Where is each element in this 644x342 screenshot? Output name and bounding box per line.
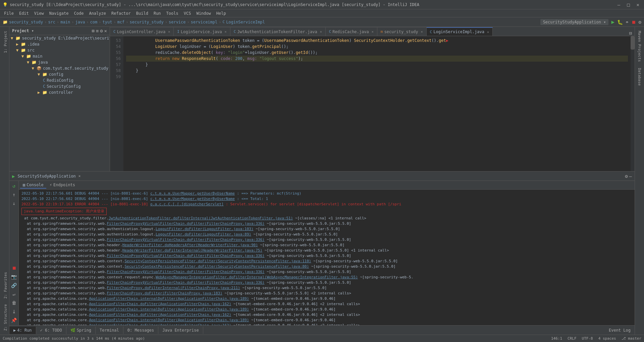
tool-favorites[interactable]: 2: Favorites [0,269,9,301]
clear-console[interactable]: 🗑 [11,299,17,306]
run-with-coverage[interactable]: ☂ [626,19,628,25]
breadcrumb-security-study[interactable]: security_study [130,20,164,24]
tree-main[interactable]: ▼ 📁 main [9,53,110,59]
tree-config-folder[interactable]: ▼ 📁 config [9,71,110,77]
debug-button[interactable]: 🐛 [617,19,623,25]
tree-src[interactable]: ▼ 📁 src [9,47,110,53]
hide-icon[interactable]: ✕ [104,28,107,33]
menu-tools[interactable]: Tools [164,10,181,16]
menu-file[interactable]: File [1,10,16,16]
breadcrumb-tyut[interactable]: tyut [103,20,112,24]
event-log[interactable]: Event Log [605,328,635,333]
tool-project[interactable]: 1: Project [0,28,9,56]
log-line-24: at org.apache.catalina.core.ApplicationF… [21,318,632,323]
tab-loginservice[interactable]: I LoginService.java ✕ [174,27,230,36]
menu-window[interactable]: Window [194,10,213,16]
bottom-tab-java-enterprise[interactable]: Java Enterprise [158,327,203,334]
menu-view[interactable]: View [32,10,47,16]
tree-package[interactable]: ▼ 📦 com.tyut.mcf.security_study [9,65,110,71]
menu-edit[interactable]: Edit [16,10,32,16]
breadcrumb-service[interactable]: service [169,20,186,24]
tab-icon-rediscache: C [329,29,331,34]
tab-bar: C LoginController.java ✕ I LoginService.… [110,27,635,36]
tab-jwtfilter[interactable]: C JwtAuthenticationTokenFilter.java ✕ [230,27,326,36]
settings-run-icon[interactable]: ⚙ [625,174,628,179]
tool-structure[interactable]: Z: Structure [0,301,9,333]
split-editor-button[interactable]: ⊟ [627,30,635,36]
breadcrumb-loginserviceimpl[interactable]: LoginServiceImpl [226,20,265,24]
pin-tab[interactable]: 📌 [10,317,18,324]
src-folder-icon: ▼ 📁 [16,48,26,53]
code-content[interactable]: UsernamePasswordAuthenticationToken toke… [123,36,631,171]
menu-navigate[interactable]: Navigate [47,10,71,16]
tab-close-logincontroller[interactable]: ✕ [168,30,170,33]
log-line-25: at org.apache.catalina.core.ApplicationF… [21,323,632,325]
collapse-all-icon[interactable]: ≡ [96,28,99,33]
menu-build[interactable]: Build [133,10,151,16]
code-editor[interactable]: 53 54 55 56 57 58 59 UsernamePasswordAut… [110,36,635,171]
menu-vcs[interactable]: VCS [181,10,194,16]
camera-button[interactable]: 📷 [10,273,18,280]
tool-database[interactable]: Database [636,65,643,88]
tree-java[interactable]: ▼ 📁 java [9,59,110,65]
bottom-tab-terminal[interactable]: Terminal [96,327,123,334]
breadcrumb-java[interactable]: java [75,20,85,24]
console-tab[interactable]: ▤ Console [20,182,46,189]
tab-close-rediscache[interactable]: ✕ [372,30,374,33]
tab-close-jwtfilter[interactable]: ✕ [320,30,322,33]
endpoints-tab[interactable]: ⚡ Endpoints [47,182,78,189]
minimize-run-icon[interactable]: – [629,174,632,179]
breadcrumb-root[interactable]: security_study [9,20,43,24]
tree-root[interactable]: ▼ 📁 security_study E:\IdeaProject\securi… [9,35,110,41]
menu-code[interactable]: Code [71,10,87,16]
breadcrumb-main[interactable]: main [60,20,70,24]
bottom-tab-todo[interactable]: ✓ 6: TODO [36,327,66,334]
tab-close-loginserviceimpl[interactable]: ✕ [487,30,489,34]
tree-controller[interactable]: ▶ 📁 controller [9,89,110,95]
menu-run[interactable]: Run [151,10,164,16]
breadcrumb-src[interactable]: src [48,20,55,24]
bottom-tab-spring[interactable]: 🌿 Spring [66,327,96,334]
breadcrumb-serviceimpl[interactable]: serviceimpl [191,20,217,24]
menu-analyze[interactable]: Analyze [86,10,109,16]
down-arrow-button[interactable]: ↓ [11,200,16,207]
editor-scrollbar[interactable] [631,36,635,171]
attach-debugger[interactable]: 🔗 [10,282,18,289]
breadcrumb-com[interactable]: com [90,20,98,24]
tree-security-config[interactable]: C SecurityConfig [9,83,110,89]
breadcrumb-mcf[interactable]: mcf [117,20,125,24]
tab-close-loginservice[interactable]: ✕ [225,30,227,33]
up-arrow-button[interactable]: ↑ [11,191,16,198]
scope-icon[interactable]: ⊞ [92,28,94,33]
stop-button[interactable]: ⏹ [631,19,636,25]
rerun-button[interactable]: ↺ [11,182,16,190]
tool-maven[interactable]: Maven Projects [636,28,643,65]
tree-redis-config[interactable]: C RedisConfig [9,77,110,83]
menu-help[interactable]: Help [214,10,229,16]
settings-icon[interactable]: ⚙ [100,28,103,33]
bottom-tab-run[interactable]: ▶ 4: Run [9,327,36,334]
run-tab-close[interactable]: ✕ [78,174,81,178]
bottom-tab-messages[interactable]: 0: Messages [123,327,158,334]
maximize-button[interactable]: □ [625,1,632,8]
console-icon: ▤ [23,183,25,187]
run-button[interactable]: ▶ [611,19,614,25]
tab-security-study[interactable]: m security_study ✕ [377,27,427,36]
console-output[interactable]: 2022-05-10 22:17:56.601 DEBUG 44904 --- … [19,190,635,325]
tab-loginserviceimpl[interactable]: C LoginServiceImpl.java ✕ [427,27,493,36]
run-config-selector[interactable]: SecurityStudyApplication ▾ [540,19,609,25]
log-line-6: at org.springframework.security.web.Filt… [21,221,632,226]
tree-package-label: com.tyut.mcf.security_study [43,66,108,71]
stop-run-button[interactable]: ⏹ [11,264,17,272]
controller-folder-icon: ▶ 📁 [38,90,47,95]
tab-close-security-study[interactable]: ✕ [421,30,423,33]
minimize-button[interactable]: – [615,1,622,8]
tab-logincontroller[interactable]: C LoginController.java ✕ [110,27,174,36]
menu-refactor[interactable]: Refactor [109,10,133,16]
soft-wrap[interactable]: ↵ [11,290,16,298]
tab-rediscache[interactable]: C RedisCache.java ✕ [326,27,377,36]
more-actions[interactable]: ⚙ [639,19,641,25]
tree-idea[interactable]: ▶ 📁 .idea [9,41,110,47]
scroll-to-end[interactable]: ⤓ [11,308,17,315]
close-button[interactable]: ✕ [635,1,641,8]
